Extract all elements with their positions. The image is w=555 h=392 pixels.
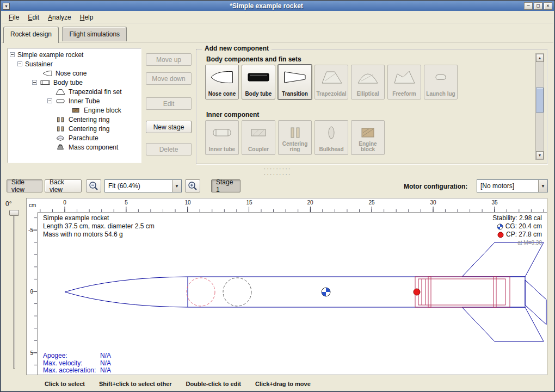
- tree-item-label: Inner Tube: [69, 97, 100, 105]
- window-menu-icon[interactable]: ▾: [3, 3, 10, 10]
- add-inner-tube-button[interactable]: Inner tube: [205, 120, 239, 155]
- split-pane-divider[interactable]: ··················: [0, 166, 555, 173]
- component-tree[interactable]: Simple example rocket Sustainer Nose con…: [8, 48, 141, 163]
- collapse-handle-icon[interactable]: [32, 80, 37, 85]
- move-down-button[interactable]: Move down: [146, 72, 192, 85]
- ruler-tick-label: 0: [63, 200, 66, 206]
- parachute-outline[interactable]: [187, 278, 215, 306]
- hint-click-select: Click to select: [45, 381, 85, 387]
- stage-1-toggle[interactable]: Stage 1: [211, 179, 240, 192]
- add-engine-block-button[interactable]: Engine block: [351, 120, 385, 155]
- nose-cone-icon: [210, 69, 234, 85]
- tree-item-nose-cone[interactable]: Nose cone: [8, 69, 141, 78]
- coupler-icon: [246, 125, 270, 141]
- rocket-mass: Mass with no motors 54.6 g: [43, 231, 155, 239]
- tree-item-inner-tube[interactable]: Inner Tube: [8, 96, 141, 105]
- rocket-name: Simple example rocket: [43, 214, 155, 222]
- tree-item-label: Nose cone: [55, 70, 87, 77]
- add-body-tube-button[interactable]: Body tube: [242, 65, 275, 99]
- tree-item-engine-block[interactable]: Engine block: [8, 105, 141, 115]
- chevron-down-icon[interactable]: ▼: [538, 180, 547, 192]
- menu-help[interactable]: Help: [76, 12, 98, 23]
- rocket-dimensions: Length 37.5 cm, max. diameter 2.5 cm: [43, 222, 155, 231]
- cp-value: CP: 27.8 cm: [506, 231, 542, 239]
- edit-button[interactable]: Edit: [146, 97, 192, 110]
- side-view-button[interactable]: Side view: [7, 179, 42, 192]
- rotation-slider-handle[interactable]: [9, 210, 19, 216]
- trapezoidal-fin-icon: [319, 69, 343, 85]
- minimize-button[interactable]: —: [524, 2, 533, 10]
- title-bar: ▾ *Simple example rocket — □ ✕: [1, 1, 554, 11]
- add-nose-cone-button[interactable]: Nose cone: [205, 65, 239, 99]
- component-button-label: Coupler: [248, 147, 269, 152]
- add-centering-ring-button[interactable]: Centering ring: [278, 120, 312, 155]
- chevron-down-icon[interactable]: ▼: [172, 180, 181, 192]
- tree-item-label: Simple example rocket: [17, 51, 83, 59]
- add-elliptical-fin-button[interactable]: Elliptical: [351, 65, 385, 99]
- elliptical-fin-icon: [356, 69, 380, 85]
- stability-value: Stability: 2.98 cal: [492, 214, 542, 222]
- ruler-tick-label: 0: [30, 289, 33, 295]
- scroll-up-icon[interactable]: ▲: [536, 54, 544, 62]
- new-stage-button[interactable]: New stage: [146, 121, 192, 133]
- add-freeform-fin-button[interactable]: Freeform: [387, 65, 421, 99]
- component-scrollbar[interactable]: ▲ ▼: [535, 53, 544, 160]
- menu-file[interactable]: File: [4, 12, 23, 23]
- inner-tube-icon: [55, 98, 66, 104]
- max-acceleration-value: N/A: [100, 367, 111, 375]
- mass-component-icon: [55, 144, 66, 151]
- motor-configuration-select[interactable]: [No motors] ▼: [477, 179, 548, 192]
- body-components-label: Body components and fin sets: [206, 55, 301, 63]
- zoom-out-button[interactable]: [86, 179, 101, 192]
- tree-item-label: Mass component: [69, 144, 118, 151]
- ruler-tick-label: -5: [28, 227, 33, 233]
- tree-item-centering-ring-2[interactable]: Centering ring: [8, 124, 141, 133]
- tree-item-sustainer[interactable]: Sustainer: [8, 59, 141, 69]
- tab-flight-simulations[interactable]: Flight simulations: [62, 27, 127, 41]
- add-bulkhead-button[interactable]: Bulkhead: [314, 120, 348, 155]
- tree-item-fin-set[interactable]: Trapezoidal fin set: [8, 87, 141, 96]
- component-button-label: Trapezoidal: [316, 91, 346, 97]
- zoom-select[interactable]: Fit (60.4%) ▼: [104, 179, 182, 192]
- component-button-label: Body tube: [245, 91, 272, 97]
- trapezoidal-fin-icon: [55, 89, 66, 95]
- add-launch-lug-button[interactable]: Launch lug: [424, 65, 458, 99]
- rotation-slider-track[interactable]: [13, 212, 15, 369]
- cg-value: CG: 20.4 cm: [505, 222, 542, 231]
- tree-item-parachute[interactable]: Parachute: [8, 133, 141, 142]
- maximize-button[interactable]: □: [534, 2, 542, 10]
- delete-button[interactable]: Delete: [146, 143, 192, 155]
- rocket-view-canvas[interactable]: cm 0 5 10 15 20 25 30 35 -5 0 5: [26, 198, 547, 375]
- menu-analyze[interactable]: Analyze: [44, 12, 76, 23]
- move-up-button[interactable]: Move up: [146, 53, 192, 66]
- add-transition-button[interactable]: Transition: [278, 65, 312, 99]
- menu-edit[interactable]: Edit: [23, 12, 44, 23]
- ruler-tick-label: 20: [307, 200, 313, 206]
- tree-item-label: Centering ring: [69, 125, 109, 133]
- vertical-ruler: -5 0 5: [27, 213, 38, 375]
- collapse-handle-icon[interactable]: [10, 52, 15, 57]
- mass-component-outline[interactable]: [223, 278, 251, 306]
- collapse-handle-icon[interactable]: [17, 61, 22, 66]
- collapse-handle-icon[interactable]: [47, 98, 52, 103]
- tree-item-body-tube[interactable]: Body tube: [8, 78, 141, 87]
- max-velocity-value: N/A: [100, 360, 111, 368]
- back-view-button[interactable]: Back view: [45, 179, 82, 192]
- tree-item-mass-component[interactable]: Mass component: [8, 142, 141, 152]
- close-button[interactable]: ✕: [544, 2, 552, 10]
- tree-item-centering-ring-1[interactable]: Centering ring: [8, 115, 141, 124]
- scrollbar-thumb[interactable]: [536, 88, 544, 113]
- horizontal-ruler: 0 5 10 15 20 25 30 35: [38, 198, 547, 213]
- add-coupler-button[interactable]: Coupler: [242, 120, 275, 155]
- component-button-label: Nose cone: [208, 91, 236, 97]
- inner-tube-outline[interactable]: [415, 277, 510, 307]
- tree-item-label: Body tube: [53, 79, 83, 86]
- tree-item-label: Sustainer: [25, 60, 53, 68]
- tab-rocket-design[interactable]: Rocket design: [3, 27, 59, 43]
- zoom-in-button[interactable]: [185, 179, 200, 192]
- scroll-down-icon[interactable]: ▼: [536, 151, 544, 159]
- component-button-label: Inner tube: [209, 147, 235, 152]
- add-trapezoidal-fin-button[interactable]: Trapezoidal: [314, 65, 348, 99]
- tree-item-rocket[interactable]: Simple example rocket: [8, 50, 141, 59]
- tab-pane-border: [2, 42, 553, 42]
